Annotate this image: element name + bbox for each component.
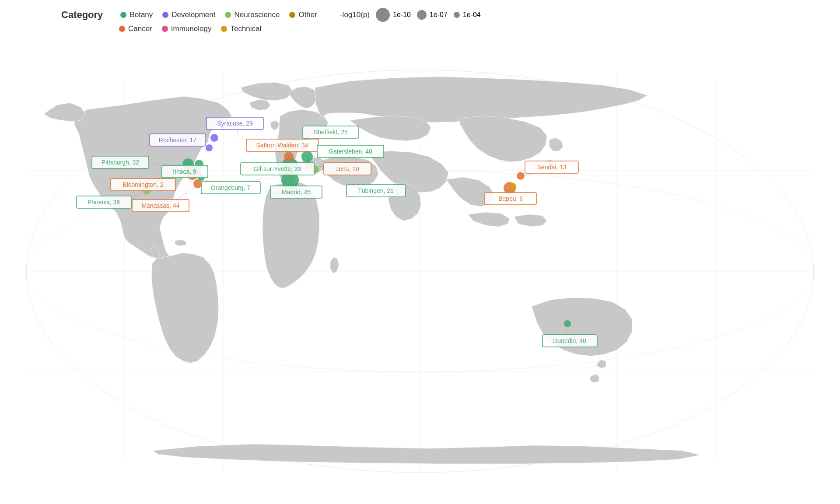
legend-item-development: Development bbox=[162, 10, 215, 19]
size-label-1e7: 1e-07 bbox=[430, 11, 448, 19]
map-container: Syracuse, 29 Rochester, 17 Pittsburgh, 3… bbox=[0, 48, 840, 494]
svg-point-46 bbox=[509, 183, 516, 190]
legend-row-2: Cancer Immunology Technical bbox=[61, 24, 481, 33]
svg-text:Jena, 10: Jena, 10 bbox=[336, 165, 359, 172]
development-dot bbox=[162, 12, 168, 18]
size-dot-small bbox=[454, 12, 460, 18]
legend-item-technical: Technical bbox=[221, 24, 261, 33]
legend-area: Category Botany Development Neuroscience… bbox=[61, 8, 481, 33]
svg-text:Gif-sur-Yvette, 33: Gif-sur-Yvette, 33 bbox=[254, 165, 301, 172]
svg-text:Ithaca, 9: Ithaca, 9 bbox=[173, 168, 196, 175]
other-label: Other bbox=[298, 10, 317, 19]
legend-title: Category bbox=[61, 9, 103, 21]
svg-text:Bloomington, 2: Bloomington, 2 bbox=[122, 181, 164, 188]
neuroscience-dot bbox=[225, 12, 231, 18]
legend-item-other: Other bbox=[289, 10, 317, 19]
legend-item-neuroscience: Neuroscience bbox=[225, 10, 280, 19]
legend-row-1: Category Botany Development Neuroscience… bbox=[61, 8, 481, 22]
neuroscience-label: Neuroscience bbox=[234, 10, 280, 19]
svg-point-32 bbox=[284, 152, 294, 161]
size-dot-medium bbox=[417, 10, 427, 20]
svg-point-41 bbox=[206, 144, 213, 151]
svg-text:Manassas, 44: Manassas, 44 bbox=[141, 202, 179, 209]
svg-text:Phoenix, 36: Phoenix, 36 bbox=[88, 199, 120, 206]
svg-text:Sheffield, 25: Sheffield, 25 bbox=[314, 129, 348, 136]
botany-label: Botany bbox=[130, 10, 153, 19]
size-item-1e7: 1e-07 bbox=[417, 10, 448, 20]
svg-text:Rochester, 17: Rochester, 17 bbox=[159, 136, 197, 144]
svg-point-40 bbox=[210, 134, 218, 142]
technical-dot bbox=[221, 26, 227, 32]
svg-text:Tübingen, 21: Tübingen, 21 bbox=[358, 187, 394, 194]
svg-text:Sendai, 13: Sendai, 13 bbox=[537, 164, 567, 171]
development-label: Development bbox=[172, 10, 215, 19]
svg-text:Madrid, 45: Madrid, 45 bbox=[282, 189, 311, 196]
svg-text:Orangeburg, 7: Orangeburg, 7 bbox=[211, 184, 250, 191]
immunology-dot bbox=[162, 26, 168, 32]
size-legend-title: -log10(p) bbox=[340, 10, 370, 19]
cancer-dot bbox=[119, 26, 125, 32]
size-label-1e4: 1e-04 bbox=[463, 11, 481, 19]
svg-text:Pittsburgh, 32: Pittsburgh, 32 bbox=[102, 159, 140, 166]
svg-text:Beppu, 6: Beppu, 6 bbox=[498, 195, 523, 202]
svg-text:Saffron Walden, 34: Saffron Walden, 34 bbox=[256, 142, 308, 149]
svg-point-47 bbox=[517, 172, 525, 180]
legend-item-botany: Botany bbox=[120, 10, 153, 19]
world-map-svg: Syracuse, 29 Rochester, 17 Pittsburgh, 3… bbox=[0, 48, 840, 494]
immunology-label: Immunology bbox=[171, 24, 212, 33]
svg-text:Gatersleben, 40: Gatersleben, 40 bbox=[329, 148, 372, 155]
size-legend: -log10(p) 1e-10 1e-07 1e-04 bbox=[340, 8, 481, 22]
svg-point-44 bbox=[193, 179, 202, 188]
svg-text:Syracuse, 29: Syracuse, 29 bbox=[217, 120, 253, 127]
svg-point-48 bbox=[564, 320, 571, 327]
size-item-1e4: 1e-04 bbox=[454, 11, 481, 19]
size-item-1e10: 1e-10 bbox=[376, 8, 411, 22]
botany-dot bbox=[120, 12, 126, 18]
size-label-1e10: 1e-10 bbox=[393, 11, 411, 19]
size-dot-large bbox=[376, 8, 390, 22]
other-dot bbox=[289, 12, 295, 18]
legend-item-immunology: Immunology bbox=[162, 24, 212, 33]
technical-label: Technical bbox=[230, 24, 261, 33]
svg-point-34 bbox=[301, 151, 313, 162]
legend-item-cancer: Cancer bbox=[119, 24, 152, 33]
cancer-label: Cancer bbox=[128, 24, 152, 33]
svg-text:Dunedin, 40: Dunedin, 40 bbox=[553, 337, 586, 344]
